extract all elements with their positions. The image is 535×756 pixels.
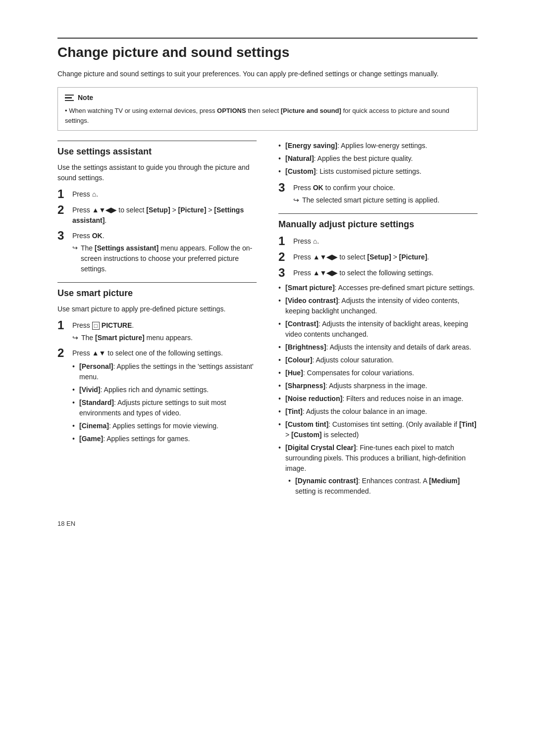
note-icon	[65, 95, 74, 101]
note-text: • When watching TV or using external dev…	[65, 106, 470, 125]
step-3-ma: 3 Press ▲▼◀▶ to select the following set…	[278, 267, 478, 279]
home-icon-1: ⌂	[92, 190, 96, 198]
step-num-2-sp: 2	[57, 347, 68, 359]
step-content-2-sp: Press ▲▼ to select one of the following …	[72, 347, 257, 447]
step-content-3-sa: Press OK. ↪ The [Settings assistant] men…	[72, 230, 257, 274]
bullet-brightness: • [Brightness]: Adjusts the intensity an…	[278, 342, 478, 353]
page-footer: 18 EN	[57, 519, 478, 529]
step-num-3-sa: 3	[57, 230, 68, 242]
bullet-personal: • [Personal]: Applies the settings in th…	[72, 361, 257, 382]
arrow-text-sp3: The selected smart picture setting is ap…	[302, 195, 439, 205]
manually-adjust-bullets: • [Smart picture]: Accesses pre-defined …	[278, 283, 478, 497]
arrow-text-sa: The [Settings assistant] menu appears. F…	[81, 243, 257, 274]
step-content-3-ma: Press ▲▼◀▶ to select the following setti…	[293, 267, 433, 278]
bullet-custom-tint: • [Custom tint]: Customises tint setting…	[278, 419, 478, 440]
arrow-sym-sa: ↪	[72, 243, 78, 274]
step-num-1-sp: 1	[57, 319, 68, 331]
bullet-standard: • [Standard]: Adjusts picture settings t…	[72, 398, 257, 418]
step-num-1-sa: 1	[57, 188, 68, 200]
step-3-sp: 3 Press OK to confirm your choice. ↪ The…	[278, 182, 478, 205]
step-content-1-sp: Press □ PICTURE. ↪ The [Smart picture] m…	[72, 319, 193, 343]
arrow-sym-sp3: ↪	[293, 195, 299, 205]
page-title: Change picture and sound settings	[57, 44, 478, 61]
step-num-3-sp: 3	[278, 182, 289, 194]
bullet-noise: • [Noise reduction]: Filters and reduces…	[278, 394, 478, 404]
manually-adjust-title: Manually adjust picture settings	[278, 218, 478, 231]
home-icon-ma: ⌂	[313, 237, 317, 245]
bullet-dynamic-contrast: • [Dynamic contrast]: Enhances contrast.…	[285, 476, 478, 497]
step-content-1-sa: Press ⌂.	[72, 188, 98, 200]
bullet-hue: • [Hue]: Compensates for colour variatio…	[278, 368, 478, 378]
settings-assistant-title: Use settings assistant	[57, 145, 257, 158]
step-2-ma: 2 Press ▲▼◀▶ to select [Setup] > [Pictur…	[278, 251, 478, 263]
bullet-digital-crystal: • [Digital Crystal Clear]: Fine-tunes ea…	[278, 443, 478, 497]
step-2-sa: 2 Press ▲▼◀▶ to select [Setup] > [Pictur…	[57, 204, 257, 226]
step-2-sp: 2 Press ▲▼ to select one of the followin…	[57, 347, 257, 447]
step-content-2-ma: Press ▲▼◀▶ to select [Setup] > [Picture]…	[293, 251, 429, 262]
bullet-sharpness: • [Sharpness]: Adjusts sharpness in the …	[278, 381, 478, 391]
bullet-cinema: • [Cinema]: Applies settings for movie v…	[72, 421, 257, 431]
step-content-1-ma: Press ⌂.	[293, 235, 319, 247]
step-1-sp: 1 Press □ PICTURE. ↪ The [Smart picture]…	[57, 319, 257, 343]
bullet-tint: • [Tint]: Adjusts the colour balance in …	[278, 406, 478, 417]
step-3-sa: 3 Press OK. ↪ The [Settings assistant] m…	[57, 230, 257, 274]
step-1-ma: 1 Press ⌂.	[278, 235, 478, 247]
bullet-energy: • [Energy saving]: Applies low-energy se…	[278, 141, 478, 151]
bullet-smart-picture-ma: • [Smart picture]: Accesses pre-defined …	[278, 283, 478, 293]
note-box: Note • When watching TV or using externa…	[57, 87, 478, 131]
intro-text: Change picture and sound settings to sui…	[57, 69, 478, 79]
step-num-3-ma: 3	[278, 267, 289, 279]
section-settings-assistant: Use settings assistant Use the settings …	[57, 141, 257, 274]
smart-picture-bullets: • [Personal]: Applies the settings in th…	[72, 361, 257, 444]
bullet-contrast: • [Contrast]: Adjusts the intensity of b…	[278, 319, 478, 340]
bullet-natural: • [Natural]: Applies the best picture qu…	[278, 153, 478, 164]
arrow-text-sp1: The [Smart picture] menu appears.	[81, 333, 193, 343]
step-num-2-sa: 2	[57, 204, 68, 216]
section-manually-adjust: Manually adjust picture settings 1 Press…	[278, 213, 478, 497]
right-column: • [Energy saving]: Applies low-energy se…	[278, 141, 478, 499]
bullet-vivid: • [Vivid]: Applies rich and dynamic sett…	[72, 385, 257, 395]
step-content-3-sp: Press OK to confirm your choice. ↪ The s…	[293, 182, 439, 205]
settings-assistant-intro: Use the settings assistant to guide you …	[57, 162, 257, 183]
left-column: Use settings assistant Use the settings …	[57, 141, 257, 499]
bullet-video-contrast: • [Video contrast]: Adjusts the intensit…	[278, 296, 478, 316]
bullet-custom: • [Custom]: Lists customised picture set…	[278, 166, 478, 177]
note-label: Note	[78, 93, 93, 103]
bullet-colour: • [Colour]: Adjusts colour saturation.	[278, 355, 478, 365]
arrow-sym-sp1: ↪	[72, 333, 78, 343]
smart-picture-continued-bullets: • [Energy saving]: Applies low-energy se…	[278, 141, 478, 177]
step-num-1-ma: 1	[278, 235, 289, 247]
smart-picture-intro: Use smart picture to apply pre-defined p…	[57, 304, 257, 314]
step-content-2-sa: Press ▲▼◀▶ to select [Setup] > [Picture]…	[72, 204, 257, 226]
step-num-2-ma: 2	[278, 251, 289, 263]
section-smart-picture: Use smart picture Use smart picture to a…	[57, 282, 257, 447]
step-1-sa: 1 Press ⌂.	[57, 188, 257, 200]
smart-picture-title: Use smart picture	[57, 287, 257, 300]
bullet-game: • [Game]: Applies settings for games.	[72, 434, 257, 444]
